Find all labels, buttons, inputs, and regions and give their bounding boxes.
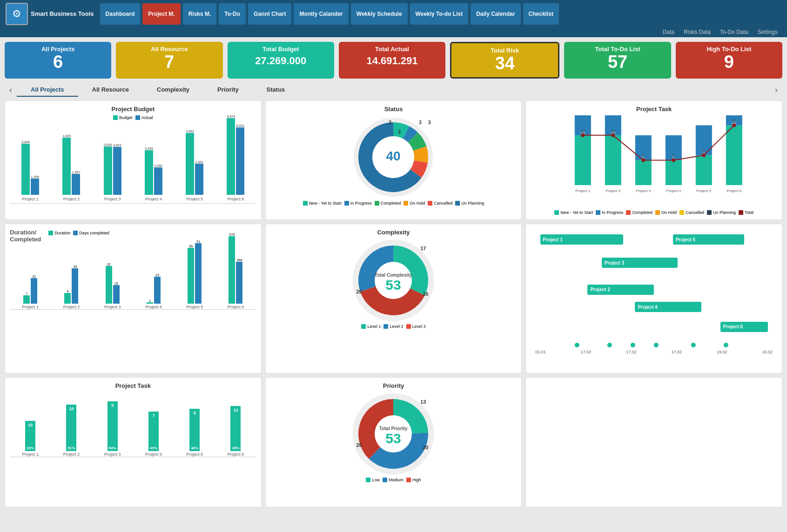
kpi-card: Total Risk34 xyxy=(450,42,559,79)
budget-bar: 4,305 xyxy=(62,138,71,195)
pct-bar-group: 54%5Project 3 xyxy=(104,401,121,457)
project-task-chart: Project 110Project 210Project 35Project … xyxy=(531,115,777,208)
logo-area: ⚙ Smart Business Tools xyxy=(2,0,98,28)
gantt-bar-project-5: Project 5 xyxy=(673,234,744,245)
nav-tab-project-m.[interactable]: Project M. xyxy=(142,3,181,25)
budget-bar: 3,349 xyxy=(145,150,153,195)
subnav-item-data[interactable]: Data xyxy=(663,29,674,35)
complexity-donut-svg: Total Complexity 53 xyxy=(351,239,435,322)
subnav-item-settings[interactable]: Settings xyxy=(758,29,778,35)
svg-rect-19 xyxy=(696,155,712,185)
budget-bar: 3,630 xyxy=(104,146,112,195)
priority-chart-title: Priority xyxy=(270,382,517,389)
svg-text:5: 5 xyxy=(673,153,675,158)
gantt-bars: Project 1Project 5Project 3Project 2Proj… xyxy=(535,229,773,345)
svg-text:5: 5 xyxy=(642,153,645,158)
svg-point-46 xyxy=(654,343,659,347)
gantt-bar-project-1: Project 1 xyxy=(540,234,623,245)
actual-color xyxy=(135,115,140,120)
tab-item-priority[interactable]: Priority xyxy=(203,83,253,97)
svg-point-27 xyxy=(581,133,585,137)
budget-chart-title: Project Budget xyxy=(10,106,256,113)
svg-point-48 xyxy=(724,343,728,347)
svg-text:53: 53 xyxy=(386,431,401,446)
bar-group: 6,8746,001Project 6 xyxy=(227,118,244,201)
svg-text:Project 4: Project 4 xyxy=(666,189,681,193)
actual-bar: 2,361 xyxy=(195,164,203,195)
nav-tab-to-do[interactable]: To-Do xyxy=(218,3,246,25)
tab-item-all-projects[interactable]: All Projects xyxy=(17,83,78,97)
nav-tab-risks-m.[interactable]: Risks M. xyxy=(182,3,217,25)
status-chart-box: Status 40 3 2 3 3 New - Yet to Start In … xyxy=(265,100,522,220)
kpi-card: High To-Do List9 xyxy=(676,42,782,79)
svg-text:53: 53 xyxy=(386,277,401,293)
svg-point-35 xyxy=(702,153,706,157)
duration-bar-group: 722Project 1 xyxy=(22,278,39,309)
budget-bar: 4,662 xyxy=(186,133,194,195)
priority-donut-svg: Total Priority 53 xyxy=(351,392,435,476)
budget-legend: Budget Actual xyxy=(10,115,256,120)
budget-bar-chart: 3,8491,208Project 14,3051,567Project 23,… xyxy=(10,120,256,204)
logo-icon: ⚙ xyxy=(6,3,28,25)
pct-bar-group: 51%10Project 2 xyxy=(63,405,80,457)
gantt-bar-project-3: Project 3 xyxy=(602,258,678,268)
nav-tab-dashboard[interactable]: Dashboard xyxy=(100,3,141,25)
bar-group: 3,8491,208Project 1 xyxy=(21,144,39,201)
navbar: ⚙ Smart Business Tools DashboardProject … xyxy=(0,0,787,28)
tab-item-all-resource[interactable]: All Resource xyxy=(78,83,143,97)
project-task-chart-title: Project Task xyxy=(531,106,777,113)
complexity-chart-title: Complexity xyxy=(270,229,517,236)
priority-chart-box: Priority Total Priority 53 13 20 20 Low … xyxy=(265,377,522,507)
status-legend: New - Yet to Start In Progress Completed… xyxy=(303,201,484,206)
nav-tab-gannt-chart[interactable]: Gannt Chart xyxy=(248,3,292,25)
svg-rect-15 xyxy=(666,160,682,185)
app-name: Smart Business Tools xyxy=(31,10,94,18)
svg-point-44 xyxy=(607,343,612,347)
svg-text:12: 12 xyxy=(732,119,737,123)
kpi-card: Total To-Do List57 xyxy=(564,42,671,79)
kpi-row: All Projects6All Resource7Total Budget27… xyxy=(0,37,787,81)
kpi-card: All Resource7 xyxy=(116,42,222,79)
tab-item-status[interactable]: Status xyxy=(253,83,299,97)
nav-tab-montly-calander[interactable]: Montly Calander xyxy=(293,3,349,25)
svg-text:Project 2: Project 2 xyxy=(606,189,621,193)
nav-tabs: DashboardProject M.Risks M.To-DoGannt Ch… xyxy=(98,0,785,28)
budget-bar: 3,849 xyxy=(21,144,30,195)
tab-row: ‹ All ProjectsAll ResourceComplexityPrio… xyxy=(0,81,787,97)
subnav-item-risks-data[interactable]: Risks Data xyxy=(684,29,711,35)
tab-next-arrow[interactable]: › xyxy=(770,83,782,97)
dashboard: Project Budget Budget Actual 3,8491,208P… xyxy=(0,97,787,511)
tab-item-complexity[interactable]: Complexity xyxy=(143,83,203,97)
budget-color xyxy=(113,115,118,120)
svg-text:Project 6: Project 6 xyxy=(727,189,742,193)
empty-chart-box xyxy=(525,377,782,507)
kpi-card: Total Budget27.269.000 xyxy=(228,42,334,79)
svg-point-31 xyxy=(642,158,646,162)
svg-text:6: 6 xyxy=(703,149,705,153)
project-task-legend: New - Yet to Start In Progress Completed… xyxy=(531,210,777,215)
kpi-card: All Projects6 xyxy=(5,42,111,79)
nav-tab-daily-calendar[interactable]: Daily Calendar xyxy=(470,3,521,25)
actual-bar: 1,208 xyxy=(31,179,39,195)
bar-group: 3,6303,603Project 3 xyxy=(104,146,121,201)
nav-tab-weekly-to-do-list[interactable]: Weekly To-do List xyxy=(410,3,469,25)
budget-legend-item: Budget xyxy=(113,115,133,120)
gantt-area: 01.0117.0217.0217.0219.0219.02 Project 1… xyxy=(531,229,777,368)
complexity-donut: Total Complexity 53 17 20 16 xyxy=(351,239,435,322)
tab-prev-arrow[interactable]: ‹ xyxy=(5,83,17,97)
svg-point-45 xyxy=(631,343,635,347)
gantt-chart-box: 01.0117.0217.0217.0219.0219.02 Project 1… xyxy=(525,224,782,373)
bar-group: 4,6622,361Project 5 xyxy=(186,133,203,201)
actual-bar: 2,060 xyxy=(154,167,162,195)
status-donut-svg: 40 xyxy=(351,115,435,199)
gantt-bar-project-6: Project 6 xyxy=(720,322,768,332)
actual-bar: 3,603 xyxy=(113,147,121,195)
pct-bar-group: 46%9Project 5 xyxy=(186,409,203,457)
subnav-item-to-do-data[interactable]: To-Do Data xyxy=(720,29,748,35)
nav-tab-checklist[interactable]: Checklist xyxy=(523,3,559,25)
priority-donut-wrapper: Total Priority 53 13 20 20 Low Medium Hi… xyxy=(270,392,517,482)
duration-bar-group: 930Project 2 xyxy=(63,268,80,309)
duration-bar-group: 9551Project 5 xyxy=(186,243,203,309)
nav-tab-wekkly-schedule[interactable]: Wekkly Schedule xyxy=(350,3,408,25)
svg-text:10: 10 xyxy=(611,129,616,133)
